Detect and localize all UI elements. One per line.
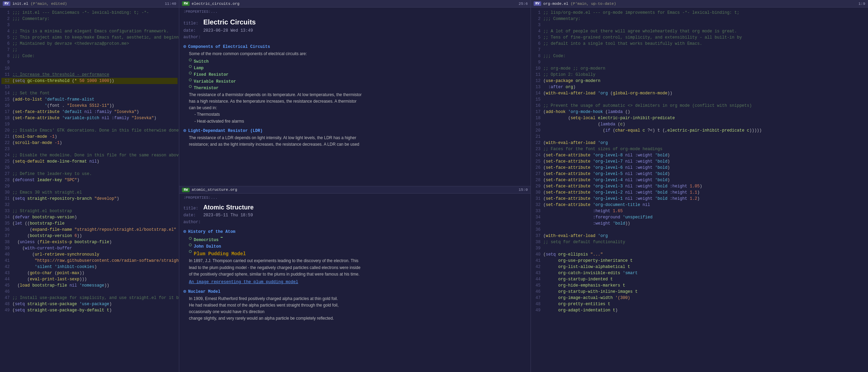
r-line-29: 29(set-face-attribute 'org-level-3 nil :…	[532, 183, 867, 189]
org-items-list: Switch Lamp Fixed Resistor Variable Resi…	[183, 59, 526, 92]
r-line-32: 32(set-face-attribute 'org-document-titl…	[532, 202, 867, 208]
pane-init-el-content[interactable]: 1;;; init.el --- Dianciemacs -*- lexical…	[0, 8, 179, 372]
pane-electric-header-left: RW electric_circuits.org	[182, 1, 240, 6]
line-23: 23	[1, 146, 178, 152]
r-line-28: 28(set-face-attribute 'org-level-4 nil :…	[532, 177, 867, 183]
org-item-lamp: Lamp	[189, 65, 526, 72]
line-40: 40 (url-retrieve-synchronously	[1, 251, 178, 258]
line-4: 4;; This is a minimal and elegant Emacs …	[1, 28, 178, 34]
r-line-37: 37(with-eval-after-load 'org	[532, 233, 867, 239]
r-line-11: 11;; Option 2: Globally	[532, 72, 867, 78]
r-line-26: 26(set-face-attribute 'org-level-6 nil :…	[532, 165, 867, 171]
line-27: 27;; Define the leader-key to use.	[1, 171, 178, 177]
org-item-john-dalton: John Dalton	[189, 244, 526, 250]
org-atomic-title-label: title:	[183, 206, 201, 211]
r-line-38: 38;; setq for default functionality	[532, 239, 867, 245]
line-11: 11;; Increase the threshold - performanc…	[1, 72, 178, 78]
org-plum-text2: lead to the plum pudding model - the neg…	[189, 265, 526, 271]
org-properties-electric: :PROPERTIES:...	[183, 9, 526, 15]
org-plum-link[interactable]: An image representing the plum pudding m…	[189, 280, 298, 285]
line-10: 10	[1, 65, 178, 72]
line-44: 44 (eval-print-last-sexp)))	[1, 276, 178, 282]
r-line-39: 39	[532, 245, 867, 251]
line-28: 28(defconst leader-key "SPC")	[1, 177, 178, 183]
r-line-24: 24(set-face-attribute 'org-level-8 nil :…	[532, 152, 867, 158]
r-line-23: 23;; Faces for the font sizes of org-mod…	[532, 146, 867, 152]
org-title-label: title:	[183, 21, 201, 26]
line-48: 48(setq straight-use-package 'use-packag…	[1, 301, 178, 307]
line-8: 8;;; Code:	[1, 53, 178, 59]
line-9: 9	[1, 59, 178, 65]
line-1: 1;;; init.el --- Dianciemacs -*- lexical…	[1, 10, 178, 16]
pane-filename-orgmode: org-mode.el (P'main, up-to-date)	[543, 2, 616, 6]
r-line-43: 43 org-catch-invisible-edits 'smart	[532, 270, 867, 276]
line-21: 21(tool-bar-mode -1)	[1, 134, 178, 140]
org-circle-john-dalton	[189, 244, 192, 246]
org-circle-fixed-resistor	[189, 72, 192, 74]
org-atomic-content[interactable]: :PROPERTIES:... title: Atomic Structure …	[179, 194, 531, 372]
r-line-8: 8;;; Code:	[532, 53, 867, 59]
pane-position-atomic: 15:0	[519, 188, 528, 192]
r-line-19: 19 (lambda (c)	[532, 121, 867, 127]
r-line-33: 33 :height 1.65	[532, 208, 867, 214]
pane-tag-rw-electric: RW	[182, 1, 190, 6]
line-37: 37 (bootstrap-version 6))	[1, 233, 178, 239]
org-date-row: date: 2023-06-28 Wed 13:49	[183, 28, 526, 34]
pane-init-el: RV init.el (P'main, edited) 11:40 1;;; i…	[0, 0, 179, 372]
pane-init-el-header: RV init.el (P'main, edited) 11:40	[0, 0, 179, 8]
line-33: 33;; Straight.el bootstrap	[1, 208, 178, 214]
org-atomic-date-row: date: 2023-05-11 Thu 18:59	[183, 212, 526, 219]
org-atomic-date-value: 2023-05-11 Thu 18:59	[203, 213, 253, 218]
r-line-14: 14(with-eval-after-load 'org (global-org…	[532, 90, 867, 96]
org-checkbox-democritus	[221, 237, 223, 238]
org-plum-text3: of the positively charged sphere, simila…	[189, 271, 526, 278]
r-line-16: 16;; Prevent the usage of automatic <> d…	[532, 103, 867, 109]
pane-position-orgmode: 1:9	[858, 2, 865, 6]
r-line-44: 44 org-startup-indented t	[532, 276, 867, 282]
org-nuclear-heading: ⊙ Nuclear Model	[183, 288, 526, 296]
pane-atomic-structure: RW atomic_structure.org 15:0 :PROPERTIES…	[179, 186, 531, 372]
org-atomic-title-value: Atomic Structure	[203, 204, 254, 211]
r-line-10: 10;; org-mode ;; org-modern	[532, 65, 867, 72]
line-47: 47;; Install use-package for simplicity,…	[1, 295, 178, 301]
pane-orgmode-header-left: RV org-mode.el (P'main, up-to-date)	[534, 1, 616, 6]
r-line-42: 42 org-list-allow-alphabetical t	[532, 264, 867, 270]
org-circle-lamp	[189, 65, 192, 68]
line-25: 25(setq-default mode-line-format nil)	[1, 158, 178, 165]
org-atom-heading1-row: ⊙ History of the Atom	[183, 228, 526, 236]
pane-atomic-header: RW atomic_structure.org 15:0	[179, 186, 531, 194]
pane-electric-circuits: RW electric_circuits.org 25:6 :PROPERTIE…	[179, 0, 531, 186]
org-nuclear-text4: occasionally one would have it's directi…	[189, 309, 526, 315]
r-line-49: 49 org-adapt-indentation t)	[532, 307, 867, 313]
org-nuclear-text3: He had realised that most of the alpha p…	[189, 302, 526, 309]
line-13: 13	[1, 84, 178, 90]
main-container: RV init.el (P'main, edited) 11:40 1;;; i…	[0, 0, 868, 372]
r-line-48: 48 org-pretty-entities t	[532, 301, 867, 307]
pane-tag-rv-orgmode: RV	[534, 1, 541, 6]
org-circle-switch	[189, 59, 192, 61]
r-line-9: 9	[532, 59, 867, 65]
line-36: 36 (expand-file-name "straight/repos/str…	[1, 227, 178, 233]
org-atomic-date-label: date:	[183, 213, 201, 218]
org-ldr-text2: resistance; and as the light intensity i…	[189, 141, 526, 148]
org-electric-content[interactable]: :PROPERTIES:... title: Electric Circuits…	[179, 8, 531, 186]
org-atomic-author-row: author:	[183, 219, 526, 226]
r-line-7: 7	[532, 47, 867, 53]
r-line-3: 3	[532, 22, 867, 28]
pane-orgmode-content[interactable]: 1;; lisp/org-mode.el --- org-mode improv…	[531, 8, 868, 372]
pane-filename-electric: electric_circuits.org	[192, 2, 240, 6]
org-circle-plum-pudding	[189, 250, 192, 253]
line-34: 34(defvar bootstrap-version)	[1, 214, 178, 220]
r-line-4: 4;; A lot of people out there will agree…	[532, 28, 867, 34]
line-41: 41 "https://raw.githubusercontent.com/ra…	[1, 258, 178, 264]
r-line-30: 30(set-face-attribute 'org-level-2 nil :…	[532, 189, 867, 196]
org-date-value: 2023-06-28 Wed 13:49	[203, 28, 253, 33]
line-18: 18(set-face-attribute 'variable-pitch ni…	[1, 115, 178, 121]
pane-filename-init: init.el (P'main, edited)	[12, 2, 67, 6]
r-line-45: 45 org-hide-emphasis-markers t	[532, 282, 867, 289]
org-date-label: date:	[183, 28, 201, 33]
org-item-democritus: Democritus	[189, 237, 526, 244]
org-item-thermistor: Thermistor	[189, 85, 526, 92]
r-line-12: 12(use-package org-modern	[532, 78, 867, 84]
r-line-35: 35 :weight 'bold))	[532, 220, 867, 227]
